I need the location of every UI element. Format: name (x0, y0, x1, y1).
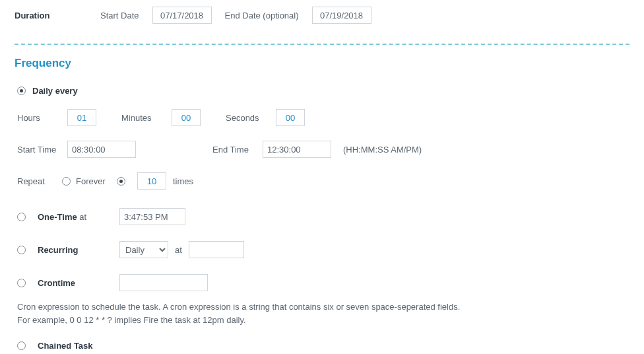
crontime-option[interactable]: Crontime (17, 274, 629, 291)
divider (15, 44, 629, 45)
hours-label: Hours (17, 113, 67, 123)
frequency-title: Frequency (15, 57, 629, 70)
seconds-label: Seconds (226, 113, 276, 123)
crontime-help: Cron expression to schedule the task. A … (17, 301, 629, 326)
onetime-input[interactable] (119, 208, 185, 225)
daily-every-option[interactable]: Daily every (17, 86, 629, 96)
recurring-option[interactable]: Recurring Daily at (17, 241, 629, 258)
recurring-radio[interactable] (17, 246, 26, 254)
start-end-time-row: Start Time End Time (HH:MM:SS AM/PM) (17, 141, 629, 158)
start-time-input[interactable] (67, 141, 136, 158)
daily-every-radio[interactable] (17, 87, 26, 95)
start-time-label: Start Time (17, 145, 67, 155)
hms-row: Hours Minutes Seconds (17, 109, 629, 126)
onetime-option[interactable]: One-Time at (17, 208, 629, 225)
seconds-input[interactable] (276, 109, 305, 126)
end-date-label: End Date (optional) (225, 11, 299, 20)
end-time-input[interactable] (263, 141, 331, 158)
repeat-forever-radio[interactable] (62, 177, 71, 186)
crontime-radio[interactable] (17, 279, 26, 287)
onetime-label: One-Time at (38, 212, 119, 222)
times-label: times (173, 176, 193, 186)
crontime-input[interactable] (119, 274, 208, 291)
chained-radio[interactable] (17, 341, 26, 350)
repeat-row: Repeat Forever times (17, 172, 629, 190)
chained-option[interactable]: Chained Task (17, 341, 629, 351)
repeat-count-input[interactable] (137, 172, 166, 190)
crontime-help-line2: For example, 0 0 12 * * ? implies Fire t… (17, 314, 629, 327)
repeat-count-radio[interactable] (117, 177, 125, 186)
repeat-label: Repeat (17, 176, 62, 186)
hours-input[interactable] (67, 109, 96, 126)
crontime-help-line1: Cron expression to schedule the task. A … (17, 301, 629, 314)
recurring-label: Recurring (38, 245, 119, 255)
daily-every-label: Daily every (32, 86, 78, 96)
minutes-input[interactable] (172, 109, 201, 126)
duration-row: Duration Start Date End Date (optional) (15, 7, 629, 34)
chained-label: Chained Task (38, 341, 119, 351)
forever-label: Forever (76, 176, 117, 186)
recurring-time-input[interactable] (189, 241, 244, 258)
onetime-at: at (79, 212, 86, 222)
start-date-input[interactable] (152, 7, 212, 24)
crontime-label: Crontime (38, 278, 119, 288)
start-date-label: Start Date (100, 11, 139, 20)
recurring-at: at (175, 245, 182, 255)
recurring-select[interactable]: Daily (119, 241, 168, 258)
end-date-input[interactable] (312, 7, 371, 24)
time-format-hint: (HH:MM:SS AM/PM) (343, 145, 422, 155)
end-time-label: End Time (212, 145, 263, 155)
minutes-label: Minutes (121, 113, 172, 123)
onetime-radio[interactable] (17, 213, 26, 221)
onetime-label-text: One-Time (38, 212, 77, 222)
duration-label: Duration (15, 11, 100, 20)
